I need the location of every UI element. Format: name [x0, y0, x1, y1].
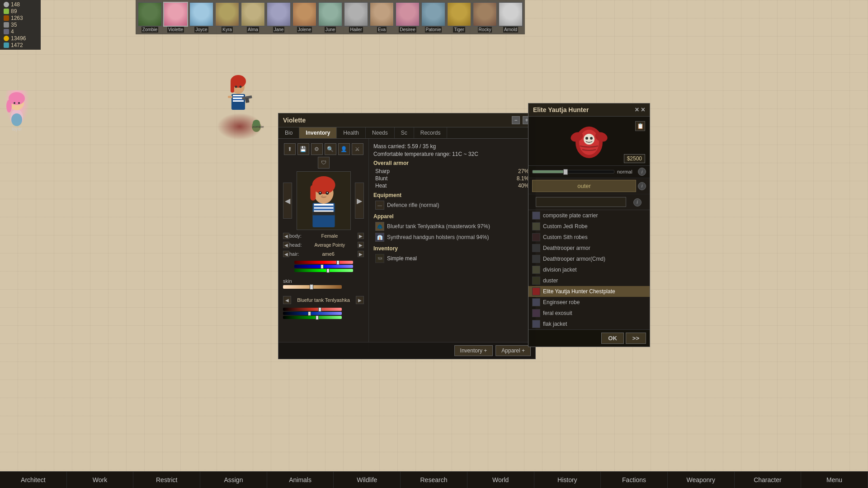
dropdown-item-composite[interactable]: composite plate carrier — [528, 210, 650, 221]
apparel-item-0[interactable]: 🧥 Bluefur tank Tenlyashka (masterwork 97… — [373, 221, 531, 232]
portrait-zombie[interactable]: Zombie — [137, 2, 162, 33]
portrait-hailer[interactable]: Hailer — [344, 2, 368, 33]
dropdown-item-deathtrooper-cmd[interactable]: Deathtrooper armor(Cmd) — [528, 253, 650, 264]
action-combat-icon[interactable]: ⚔ — [352, 143, 363, 155]
item-panel-close2-btn[interactable]: × — [641, 106, 645, 113]
character-tabs: Bio Inventory Health Needs Sc Records — [278, 127, 535, 139]
toolbar-animals[interactable]: Animals — [267, 472, 334, 488]
tab-needs[interactable]: Needs — [366, 127, 395, 138]
action-icons-row: ⬆ 💾 ⚙ 🔍 👤 ⚔ 🛡 — [283, 143, 364, 169]
dropdown-item-elite-yautja[interactable]: Elite Yautja Hunter Chestplate — [528, 286, 650, 297]
dropdown-item-jedi[interactable]: Custom Jedi Robe — [528, 221, 650, 232]
division-icon — [532, 266, 540, 274]
action-person-icon[interactable]: 👤 — [338, 143, 350, 155]
portrait-june[interactable]: June — [318, 2, 343, 33]
portrait-jane[interactable]: Jane — [266, 2, 291, 33]
avatar-prev-btn[interactable]: ◀ — [283, 183, 292, 219]
hair-next-btn[interactable]: ▶ — [358, 251, 364, 257]
apparel-plus-btn[interactable]: Apparel + — [495, 345, 531, 356]
dropdown-item-sith[interactable]: Custom Sith robes — [528, 232, 650, 243]
bottom-toolbar: Architect Work Restrict Assign Animals W… — [0, 471, 868, 488]
avatar-next-btn[interactable]: ▶ — [355, 183, 364, 219]
toolbar-research[interactable]: Research — [401, 472, 467, 488]
toolbar-restrict[interactable]: Restrict — [133, 472, 200, 488]
forward-btn[interactable]: >> — [626, 333, 646, 344]
portrait-patonie[interactable]: Patonie — [421, 2, 446, 33]
toolbar-history[interactable]: History — [534, 472, 601, 488]
dropdown-item-flak[interactable]: flak jacket — [528, 319, 650, 329]
apparel-header: Apparel — [373, 213, 531, 220]
ok-btn[interactable]: OK — [601, 333, 624, 344]
tab-inventory[interactable]: Inventory — [299, 127, 337, 138]
svg-rect-24 — [314, 204, 333, 213]
head-prev-btn[interactable]: ◀ — [283, 242, 289, 248]
portrait-tiger[interactable]: Tiger — [447, 2, 472, 33]
tab-health[interactable]: Health — [337, 127, 366, 138]
portrait-violette[interactable]: Violette — [163, 2, 188, 33]
toolbar-world[interactable]: World — [467, 472, 534, 488]
violette-map-sprite[interactable] — [222, 72, 255, 114]
color-slider-1[interactable] — [294, 261, 353, 264]
outer-info-btn[interactable]: i — [638, 182, 646, 190]
item-panel-footer: OK >> — [528, 329, 650, 347]
portrait-rocky[interactable]: Rocky — [472, 2, 497, 33]
apparel-next-btn[interactable]: ▶ — [356, 296, 364, 304]
action-save-icon[interactable]: 💾 — [297, 143, 309, 155]
inventory-item-0[interactable]: 🍽 Simple meal — [373, 253, 531, 264]
tab-bio[interactable]: Bio — [278, 127, 299, 138]
loyer-character[interactable]: loyer — [5, 90, 29, 131]
elite-yautja-icon — [532, 287, 540, 296]
portrait-kyra[interactable]: Kyra — [215, 2, 240, 33]
tab-skills[interactable]: Sc — [395, 127, 414, 138]
portrait-eva[interactable]: Eva — [369, 2, 394, 33]
portrait-jolene[interactable]: Jolene — [292, 2, 317, 33]
head-next-btn[interactable]: ▶ — [358, 242, 364, 248]
search-info-btn[interactable]: i — [633, 198, 642, 206]
tab-records[interactable]: Records — [414, 127, 448, 138]
outer-layer-btn[interactable]: outer — [532, 180, 636, 192]
apparel-color-slider-3[interactable] — [283, 316, 342, 319]
jedi-icon — [532, 222, 540, 230]
portrait-alma[interactable]: Alma — [241, 2, 265, 33]
dropdown-item-enginseer[interactable]: Enginseer robe — [528, 297, 650, 308]
head-value: Average Pointy — [302, 243, 358, 248]
toolbar-assign[interactable]: Assign — [200, 472, 267, 488]
toolbar-factions[interactable]: Factions — [601, 472, 668, 488]
apparel-color-slider-2[interactable] — [283, 312, 342, 315]
panel-minimize-btn[interactable]: − — [512, 116, 520, 124]
toolbar-weaponry[interactable]: Weaponry — [668, 472, 735, 488]
toolbar-character[interactable]: Character — [735, 472, 802, 488]
color-slider-2[interactable] — [294, 265, 353, 268]
action-carry-icon[interactable]: ⬆ — [284, 143, 296, 155]
toolbar-work[interactable]: Work — [67, 472, 134, 488]
toolbar-wildlife[interactable]: Wildlife — [334, 472, 401, 488]
hair-prev-btn[interactable]: ◀ — [283, 251, 289, 257]
apparel-color-slider-1[interactable] — [283, 308, 342, 311]
copy-icon-btn[interactable]: 📋 — [635, 121, 645, 131]
stone-icon — [4, 22, 9, 28]
quality-info-btn[interactable]: i — [638, 168, 646, 176]
body-next-btn[interactable]: ▶ — [358, 233, 364, 239]
toolbar-menu[interactable]: Menu — [801, 472, 868, 488]
action-gear-icon[interactable]: ⚙ — [311, 143, 323, 155]
item-search-input[interactable] — [536, 197, 626, 207]
mass-carried: Mass carried: 5.59 / 35 kg — [373, 143, 531, 150]
action-search-icon[interactable]: 🔍 — [325, 143, 336, 155]
dropdown-item-deathtrooper[interactable]: Deathtrooper armor — [528, 243, 650, 253]
portrait-joyce[interactable]: Joyce — [189, 2, 214, 33]
toolbar-architect[interactable]: Architect — [0, 472, 67, 488]
apparel-prev-btn[interactable]: ◀ — [283, 296, 291, 304]
portrait-desiree[interactable]: Desiree — [395, 2, 420, 33]
equipment-item-0[interactable]: — Defence rifle (normal) — [373, 200, 531, 211]
color-slider-3[interactable] — [294, 269, 353, 272]
portrait-arnold[interactable]: Arnold — [498, 2, 523, 33]
dropdown-item-feral[interactable]: feral exosuit — [528, 308, 650, 319]
body-prev-btn[interactable]: ◀ — [283, 233, 289, 239]
skin-slider[interactable] — [283, 285, 342, 289]
action-shield-icon[interactable]: 🛡 — [318, 157, 330, 169]
dropdown-item-duster[interactable]: duster — [528, 275, 650, 286]
inventory-plus-btn[interactable]: Inventory + — [454, 345, 493, 356]
apparel-item-1[interactable]: 👔 Synthread handgun holsters (normal 94%… — [373, 232, 531, 243]
dropdown-item-division[interactable]: division jacket — [528, 264, 650, 275]
item-panel-close-btn[interactable]: × — [635, 106, 639, 113]
